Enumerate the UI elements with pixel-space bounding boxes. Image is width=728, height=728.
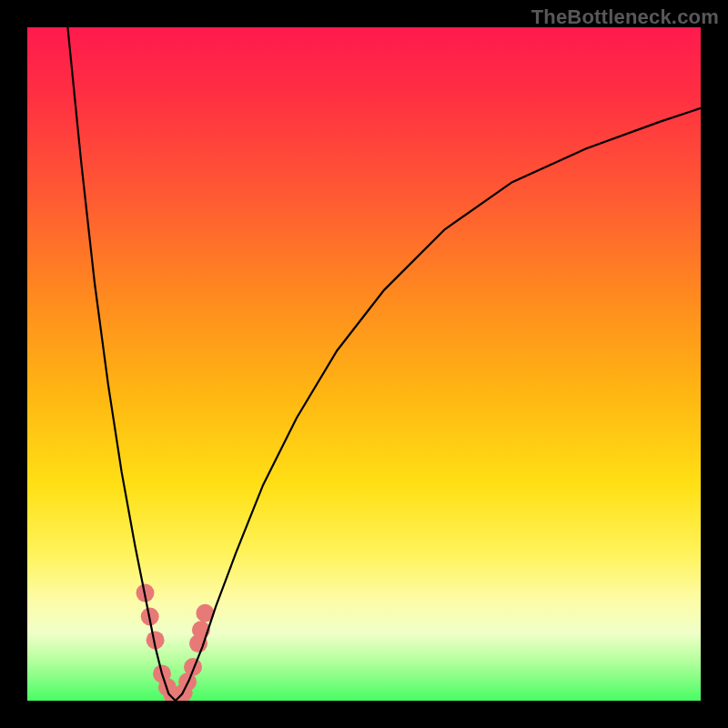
- curve-left: [67, 27, 175, 701]
- marker-group: [136, 584, 215, 701]
- curve-right: [176, 108, 701, 701]
- chart-svg: [27, 27, 701, 701]
- plot-area: [27, 27, 701, 701]
- watermark-text: TheBottleneck.com: [531, 5, 719, 29]
- outer-frame: TheBottleneck.com: [0, 0, 728, 728]
- marker-dot: [184, 658, 202, 676]
